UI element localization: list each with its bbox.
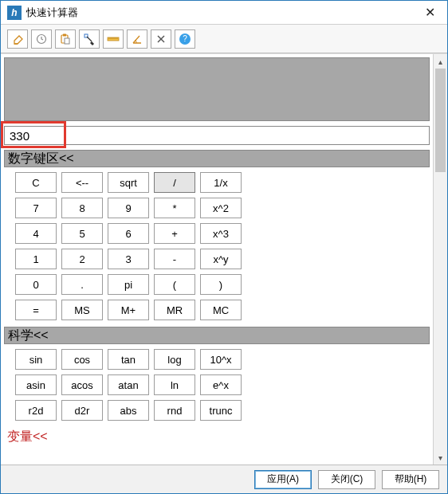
science-header[interactable]: 科学<< [4,327,430,344]
key-sqrt[interactable]: sqrt [108,172,149,193]
ruler-icon [107,33,120,45]
distance-button[interactable] [103,29,124,49]
angle-button[interactable] [127,29,147,49]
key-[interactable]: ) [200,274,242,295]
key-e-x[interactable]: e^x [200,374,242,395]
key-x-3[interactable]: x^3 [200,223,242,244]
close-button[interactable]: ✕ [412,1,447,24]
key-acos[interactable]: acos [61,374,103,395]
numpad-grid: C<--sqrt/1/x789*x^2456+x^3123-x^y0.pi()=… [4,167,430,325]
key-tan[interactable]: tan [108,349,149,370]
science-grid: sincostanlog10^xasinacosatanlne^xr2dd2ra… [4,344,430,425]
scroll-thumb[interactable] [435,69,446,172]
key-sin[interactable]: sin [15,349,57,370]
window-title: 快速计算器 [26,6,412,20]
key-C[interactable]: C [15,172,57,193]
eraser-icon [11,33,24,45]
scroll-up-icon[interactable]: ▴ [434,54,447,69]
variables-header[interactable]: 变量<< [4,429,430,443]
svg-rect-5 [65,38,69,44]
clear-x-button[interactable] [151,29,171,49]
angle-icon [131,33,143,45]
toolbar: ? [1,25,447,53]
close-icon: ✕ [425,5,435,20]
apply-label: 应用(A) [267,472,299,486]
numpad-header-label: 数字键区<< [8,151,74,167]
app-icon: h [7,6,22,20]
key-M[interactable]: M+ [108,300,149,320]
key-[interactable]: <-- [61,172,103,193]
key-3[interactable]: 3 [108,249,149,269]
key-[interactable]: + [154,223,195,244]
key-10-x[interactable]: 10^x [200,349,242,370]
paste-button[interactable] [55,29,76,49]
key-1[interactable]: 1 [15,249,57,269]
paste-icon [59,33,72,45]
key-cos[interactable]: cos [61,349,103,370]
key-trunc[interactable]: trunc [200,400,242,421]
key-7[interactable]: 7 [15,198,57,218]
history-button[interactable] [31,29,52,49]
key-[interactable]: * [154,198,195,218]
key-log[interactable]: log [154,349,195,370]
key-d2r[interactable]: d2r [61,400,103,421]
clock-icon [35,33,48,45]
titlebar: h 快速计算器 ✕ [1,1,447,25]
numpad-header[interactable]: 数字键区<< [4,150,430,167]
help-button[interactable]: ? [175,29,195,49]
key-8[interactable]: 8 [61,198,103,218]
science-header-label: 科学<< [8,327,49,343]
client-area: 数字键区<< C<--sqrt/1/x789*x^2456+x^3123-x^y… [1,53,447,465]
key-x-2[interactable]: x^2 [200,198,242,218]
key-atan[interactable]: atan [108,374,149,395]
key-[interactable]: / [154,172,195,193]
key-9[interactable]: 9 [108,198,149,218]
content-pane: 数字键区<< C<--sqrt/1/x789*x^2456+x^3123-x^y… [1,54,433,465]
key-4[interactable]: 4 [15,223,57,244]
scroll-down-icon[interactable]: ▾ [434,450,447,465]
key-asin[interactable]: asin [15,374,57,395]
key-6[interactable]: 6 [108,223,149,244]
pick-point-button[interactable] [79,29,100,49]
key-pi[interactable]: pi [108,274,149,295]
close-dialog-button[interactable]: 关闭(C) [318,470,375,489]
app-window: h 快速计算器 ✕ ? [0,0,448,494]
help-dialog-button[interactable]: 帮助(H) [382,470,439,489]
key-[interactable]: = [15,300,57,320]
apply-button[interactable]: 应用(A) [254,470,312,489]
variables-header-label: 变量<< [7,429,48,443]
key-MC[interactable]: MC [200,300,242,320]
key-5[interactable]: 5 [61,223,103,244]
svg-rect-4 [63,33,66,36]
key-0[interactable]: 0 [15,274,57,295]
input-row [4,126,430,145]
key-r2d[interactable]: r2d [15,400,57,421]
eraser-button[interactable] [7,29,28,49]
key-x-y[interactable]: x^y [200,249,242,269]
x-icon [155,33,167,45]
pick-point-icon [83,33,96,45]
help-label: 帮助(H) [395,472,427,486]
key-[interactable]: - [154,249,195,269]
close-label: 关闭(C) [331,472,364,486]
key-2[interactable]: 2 [61,249,103,269]
key-MR[interactable]: MR [154,300,195,320]
footer: 应用(A) 关闭(C) 帮助(H) [1,465,447,493]
key-MS[interactable]: MS [61,300,103,320]
key-[interactable]: ( [154,274,195,295]
key-rnd[interactable]: rnd [154,400,195,421]
history-panel [4,57,430,121]
key-abs[interactable]: abs [108,400,149,421]
key-ln[interactable]: ln [154,374,195,395]
svg-marker-0 [14,36,22,44]
help-icon: ? [179,33,191,45]
key-1-x[interactable]: 1/x [200,172,242,193]
key-[interactable]: . [61,274,103,295]
vertical-scrollbar[interactable]: ▴ ▾ [433,54,447,465]
expression-input[interactable] [4,126,430,145]
